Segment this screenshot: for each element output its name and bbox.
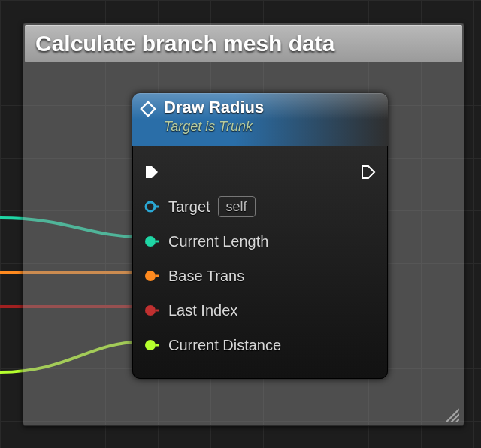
- exec-row: [144, 155, 376, 189]
- pin-label-last-index: Last Index: [168, 302, 237, 319]
- pin-target[interactable]: [144, 199, 159, 214]
- exec-in-pin[interactable]: [144, 165, 159, 180]
- pin-label-current-length: Current Length: [168, 233, 268, 250]
- pin-row-current-distance: Current Distance: [144, 328, 376, 362]
- pin-label-base-trans: Base Trans: [168, 268, 244, 285]
- svg-point-5: [145, 236, 156, 247]
- pin-current-length[interactable]: [144, 234, 159, 249]
- pin-label-target: Target: [168, 198, 210, 216]
- node-body: Target self Current Length Base Trans La…: [132, 146, 388, 362]
- node-header[interactable]: Draw Radius Target is Trunk: [132, 93, 388, 146]
- pin-current-distance[interactable]: [144, 338, 159, 353]
- node-subtitle: Target is Trunk: [164, 119, 379, 135]
- svg-point-7: [145, 305, 156, 316]
- pin-row-base-trans: Base Trans: [144, 259, 376, 293]
- node-draw-radius[interactable]: Draw Radius Target is Trunk Target self: [132, 93, 388, 379]
- svg-point-8: [145, 340, 156, 350]
- pin-last-index[interactable]: [144, 303, 159, 318]
- pin-base-trans[interactable]: [144, 268, 159, 283]
- svg-point-6: [145, 271, 156, 281]
- svg-marker-3: [141, 102, 155, 116]
- pin-label-current-distance: Current Distance: [168, 337, 281, 354]
- function-icon: [140, 101, 156, 117]
- svg-point-4: [146, 202, 155, 211]
- comment-header[interactable]: Calculate branch mesh data: [25, 25, 462, 62]
- node-title: Draw Radius: [164, 98, 379, 117]
- pin-row-last-index: Last Index: [144, 293, 376, 328]
- resize-grip-icon[interactable]: [443, 406, 459, 422]
- self-box[interactable]: self: [218, 196, 256, 217]
- comment-title: Calculate branch mesh data: [25, 25, 462, 62]
- exec-out-pin[interactable]: [361, 165, 376, 180]
- pin-row-current-length: Current Length: [144, 224, 376, 259]
- svg-line-2: [456, 419, 459, 422]
- pin-row-target: Target self: [144, 189, 376, 224]
